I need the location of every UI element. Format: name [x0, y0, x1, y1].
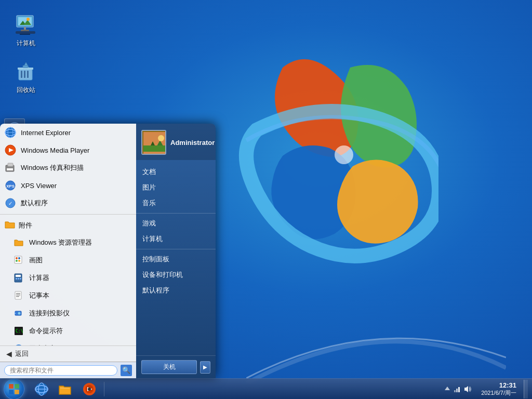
projector-icon [12, 307, 25, 320]
svg-rect-10 [16, 31, 35, 34]
windows-logo-bg [215, 36, 438, 270]
svg-text:C:\>: C:\> [16, 329, 23, 334]
svg-rect-41 [16, 278, 17, 280]
start-right-music[interactable]: 音乐 [136, 195, 216, 211]
start-item-fax[interactable]: Windows 传真和扫描 [0, 159, 136, 177]
svg-rect-80 [456, 389, 458, 392]
start-item-notepad[interactable]: 记事本 [8, 287, 136, 304]
volume-icon [463, 385, 472, 393]
svg-rect-9 [21, 30, 29, 31]
svg-rect-17 [18, 68, 33, 70]
shutdown-button[interactable]: 关机 [141, 360, 197, 374]
start-item-ie[interactable]: Internet Explorer [0, 124, 136, 141]
start-right-computer[interactable]: 计算机 [136, 231, 216, 247]
start-item-sync[interactable]: 同步中心 [8, 340, 136, 345]
start-orb [4, 379, 24, 400]
start-menu-right: Administrator 文档 图片 音乐 游戏 计算机 [136, 124, 216, 378]
back-label: 返回 [15, 349, 29, 358]
xps-icon: XPS [4, 179, 17, 192]
folder-label: 附件 [19, 221, 32, 230]
taskbar-separator [104, 382, 104, 396]
start-menu-left: Internet Explorer Windows Media Player [0, 124, 136, 378]
start-item-explorer2[interactable]: Windows 资源管理器 [8, 234, 136, 251]
shutdown-arrow-icon: ▶ [203, 364, 207, 370]
taskbar-apps [28, 379, 103, 399]
cmd-icon: C:\> [12, 325, 25, 337]
recycle-icon [14, 59, 38, 84]
explorer2-icon [12, 236, 25, 249]
svg-rect-81 [458, 387, 460, 392]
svg-point-77 [88, 388, 91, 391]
network-icon [453, 385, 461, 393]
start-item-default[interactable]: ✓ 默认程序 [0, 194, 136, 212]
show-desktop-button[interactable] [524, 380, 528, 398]
start-right-games[interactable]: 游戏 [136, 216, 216, 231]
start-right-defaultprog[interactable]: 默认程序 [136, 283, 216, 298]
clock-date: 2021/6/7/周一 [481, 390, 516, 396]
start-button[interactable] [0, 379, 28, 400]
svg-point-36 [18, 257, 20, 259]
decorative-arc [246, 305, 506, 383]
user-name: Administrator [170, 139, 215, 147]
wmp-icon [4, 144, 17, 156]
folder-icon [4, 219, 16, 232]
taskbar-right: 12:31 2021/6/7/周一 [436, 379, 532, 399]
start-item-cmd[interactable]: C:\> 命令提示符 [8, 322, 136, 340]
taskbar-app-explorer[interactable] [54, 380, 77, 398]
svg-point-38 [18, 260, 20, 262]
start-menu-items-list[interactable]: Internet Explorer Windows Media Player [0, 124, 136, 345]
shutdown-arrow-button[interactable]: ▶ [200, 361, 210, 374]
svg-rect-47 [16, 296, 19, 297]
computer-icon [14, 12, 38, 37]
taskbar-app-ie[interactable] [30, 380, 53, 398]
start-search-input[interactable] [4, 365, 117, 376]
svg-marker-82 [464, 386, 468, 392]
start-menu: Internet Explorer Windows Media Player [0, 124, 216, 378]
desktop-icon-computer[interactable]: 计算机 [7, 10, 45, 50]
svg-rect-40 [16, 275, 21, 277]
start-search-area: 🔍 [0, 362, 136, 378]
taskbar-app-mediaplayer[interactable] [78, 380, 101, 398]
taskbar-clock[interactable]: 12:31 2021/6/7/周一 [477, 381, 521, 396]
start-right-pics[interactable]: 图片 [136, 180, 216, 195]
ie-icon [4, 126, 17, 139]
svg-point-7 [26, 18, 30, 21]
start-right-controlpanel[interactable]: 控制面板 [136, 251, 216, 267]
start-item-calc[interactable]: 计算器 [8, 269, 136, 287]
svg-rect-34 [15, 256, 22, 263]
computer-icon-label: 计算机 [17, 39, 35, 48]
svg-text:✓: ✓ [8, 201, 12, 206]
back-arrow-icon: ◀ [6, 350, 12, 358]
svg-text:XPS: XPS [6, 184, 15, 189]
desktop: 计算机 回收站 e [0, 0, 532, 399]
desktop-icon-recycle[interactable]: 回收站 [7, 57, 45, 97]
start-item-xps[interactable]: XPS XPS Viewer [0, 177, 136, 194]
svg-marker-78 [445, 387, 450, 390]
start-item-paint[interactable]: 画图 [8, 251, 136, 269]
start-user-area[interactable]: Administrator [136, 124, 216, 160]
svg-rect-29 [7, 168, 13, 170]
svg-rect-46 [16, 295, 20, 296]
svg-rect-14 [21, 71, 22, 78]
paint-icon [12, 254, 25, 267]
svg-point-1 [335, 145, 353, 164]
start-right-devices[interactable]: 设备和打印机 [136, 267, 216, 283]
start-folder-accessories[interactable]: 附件 [0, 217, 136, 234]
recycle-icon-label: 回收站 [17, 86, 35, 95]
clock-time: 12:31 [499, 381, 516, 390]
start-item-projector[interactable]: 连接到投影仪 [8, 304, 136, 322]
start-back-button[interactable]: ◀ 返回 [0, 345, 136, 362]
start-search-button[interactable]: 🔍 [121, 365, 132, 376]
notepad-icon [12, 289, 25, 302]
svg-point-37 [16, 260, 18, 262]
taskbar: 12:31 2021/6/7/周一 [0, 378, 532, 399]
svg-point-49 [18, 312, 21, 315]
svg-rect-16 [27, 71, 29, 78]
start-shutdown-area: 关机 ▶ [136, 355, 216, 378]
start-item-wmp[interactable]: Windows Media Player [0, 141, 136, 159]
svg-point-68 [158, 135, 164, 141]
systray-area[interactable] [441, 380, 475, 398]
folder-children: Windows 资源管理器 [0, 234, 136, 345]
start-right-docs[interactable]: 文档 [136, 164, 216, 180]
calc-icon [12, 272, 25, 284]
